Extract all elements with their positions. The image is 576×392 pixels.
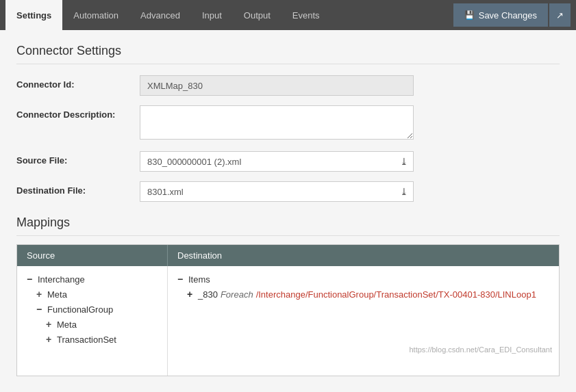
tab-settings[interactable]: Settings (5, 0, 62, 30)
destination-file-label: Destination File: (16, 181, 140, 196)
destination-file-field-wrapper: 8301.xml ⤓ (140, 181, 414, 202)
tab-advanced[interactable]: Advanced (129, 0, 191, 30)
_830-toggle[interactable]: + (184, 289, 195, 300)
tab-output[interactable]: Output (233, 0, 281, 30)
meta2-toggle[interactable]: + (43, 319, 54, 330)
source-tree: − Interchange + Meta − FunctionalGroup +… (17, 266, 168, 376)
source-column-header: Source (17, 245, 168, 266)
connector-id-input[interactable] (140, 75, 414, 96)
external-link-button[interactable]: ↗ (549, 3, 571, 27)
main-content: Connector Settings Connector Id: Connect… (0, 30, 576, 390)
destination-file-row: Destination File: 8301.xml ⤓ (16, 181, 560, 202)
connector-description-label: Connector Description: (16, 105, 140, 120)
source-file-select[interactable]: 830_000000001 (2).xml (140, 151, 414, 172)
tab-events[interactable]: Events (281, 0, 331, 30)
tab-input[interactable]: Input (191, 0, 233, 30)
list-item: + TransactionSet (17, 332, 167, 347)
connector-settings-title: Connector Settings (16, 44, 560, 64)
connector-description-field-wrapper (140, 105, 414, 142)
tab-automation[interactable]: Automation (62, 0, 129, 30)
list-item: + _830 Foreach /Interchange/FunctionalGr… (168, 287, 559, 302)
meta1-label: Meta (47, 289, 67, 300)
list-item: + Meta (17, 317, 167, 332)
connector-id-field-wrapper (140, 75, 414, 96)
top-nav: Settings Automation Advanced Input Outpu… (0, 0, 576, 30)
transactionset-label: TransactionSet (57, 335, 116, 345)
connector-description-row: Connector Description: (16, 105, 560, 142)
destination-file-select[interactable]: 8301.xml (140, 181, 414, 202)
interchange-toggle[interactable]: − (24, 274, 35, 285)
watermark: https://blog.csdn.net/Cara_EDI_Consultan… (168, 343, 559, 356)
external-icon: ↗ (556, 10, 564, 21)
destination-tree: − Items + _830 Foreach /Interchange/Func… (168, 266, 559, 376)
destination-column-header: Destination (168, 245, 559, 266)
list-item: + Meta (17, 287, 167, 302)
mappings-body: − Interchange + Meta − FunctionalGroup +… (17, 266, 559, 376)
mappings-table: Source Destination − Interchange + Meta (16, 244, 560, 376)
foreach-label: Foreach (221, 289, 253, 300)
interchange-label: Interchange (38, 274, 85, 285)
list-item: − FunctionalGroup (17, 302, 167, 317)
functionalgroup-label: FunctionalGroup (47, 304, 113, 315)
mappings-title: Mappings (16, 215, 560, 236)
source-file-label: Source File: (16, 151, 140, 166)
connector-id-row: Connector Id: (16, 75, 560, 96)
meta1-toggle[interactable]: + (34, 289, 45, 300)
path-link[interactable]: /Interchange/FunctionalGroup/Transaction… (256, 289, 536, 300)
transactionset-toggle[interactable]: + (43, 334, 54, 345)
connector-description-input[interactable] (140, 105, 414, 140)
mappings-section: Mappings Source Destination − Intercha (16, 215, 560, 376)
mappings-header: Source Destination (17, 245, 559, 266)
list-item: − Interchange (17, 272, 167, 287)
items-toggle[interactable]: − (175, 274, 186, 285)
functionalgroup-toggle[interactable]: − (34, 304, 45, 315)
save-changes-button[interactable]: 💾 Save Changes (453, 3, 548, 27)
list-item: − Items (168, 272, 559, 287)
save-icon: 💾 (464, 10, 475, 20)
source-file-row: Source File: 830_000000001 (2).xml ⤓ (16, 151, 560, 172)
meta2-label: Meta (57, 319, 77, 330)
source-file-field-wrapper: 830_000000001 (2).xml ⤓ (140, 151, 414, 172)
_830-label: _830 (198, 289, 218, 300)
connector-id-label: Connector Id: (16, 75, 140, 90)
items-label: Items (188, 274, 210, 285)
